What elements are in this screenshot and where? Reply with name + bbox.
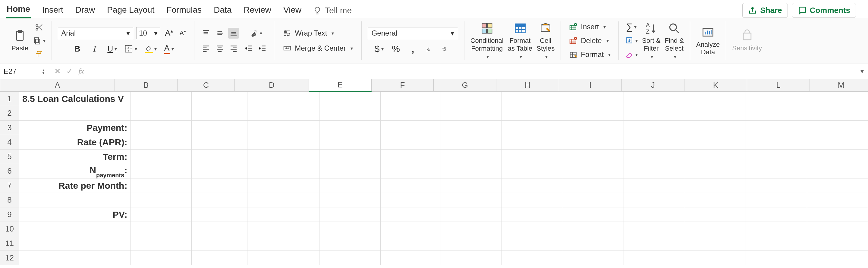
cell-B6[interactable] xyxy=(130,164,191,178)
cell-B7[interactable] xyxy=(130,178,191,193)
align-bottom-button[interactable] xyxy=(228,28,239,38)
cell-E12[interactable] xyxy=(319,251,380,265)
find-select-button[interactable]: Find & Select xyxy=(664,22,684,60)
cell-H3[interactable] xyxy=(502,121,563,135)
cell-H2[interactable] xyxy=(502,106,563,121)
borders-button[interactable] xyxy=(124,43,137,54)
cancel-formula-button[interactable]: ✕ xyxy=(54,67,61,76)
cell-D4[interactable] xyxy=(247,135,319,150)
cell-F4[interactable] xyxy=(381,135,441,150)
column-header-M[interactable]: M xyxy=(810,79,868,92)
cell-H12[interactable] xyxy=(502,251,563,265)
insert-cells-button[interactable]: Insert xyxy=(567,21,608,32)
cut-button[interactable] xyxy=(34,22,44,33)
cell-C1[interactable] xyxy=(192,92,247,106)
cell-M5[interactable] xyxy=(807,150,868,164)
cell-K7[interactable] xyxy=(685,178,746,193)
cell-I3[interactable] xyxy=(563,121,624,135)
cell-J10[interactable] xyxy=(624,222,685,236)
row-header-11[interactable]: 11 xyxy=(0,236,19,251)
column-header-D[interactable]: D xyxy=(235,79,309,92)
cell-M7[interactable] xyxy=(807,178,868,193)
cell-A6[interactable]: Npayments: xyxy=(19,164,130,178)
fill-color-button[interactable] xyxy=(144,43,157,54)
row-header-2[interactable]: 2 xyxy=(0,106,19,121)
cell-J3[interactable] xyxy=(624,121,685,135)
cell-G7[interactable] xyxy=(441,178,502,193)
cell-D12[interactable] xyxy=(247,251,319,265)
cell-A1[interactable]: 8.5 Loan Calculations V xyxy=(19,92,130,106)
cell-M9[interactable] xyxy=(807,207,868,222)
paste-button[interactable]: Paste xyxy=(11,29,28,52)
cell-D11[interactable] xyxy=(247,236,319,251)
cell-E5[interactable] xyxy=(319,150,380,164)
align-middle-button[interactable] xyxy=(214,28,225,38)
cell-B2[interactable] xyxy=(130,106,191,121)
cell-G6[interactable] xyxy=(441,164,502,178)
cell-G10[interactable] xyxy=(441,222,502,236)
cell-I11[interactable] xyxy=(563,236,624,251)
merge-center-button[interactable]: Merge & Center xyxy=(280,43,355,54)
tell-me[interactable]: Tell me xyxy=(313,6,352,16)
increase-font-button[interactable]: A▴ xyxy=(163,28,174,38)
cell-E3[interactable] xyxy=(319,121,380,135)
cell-A12[interactable] xyxy=(19,251,130,265)
cell-M4[interactable] xyxy=(807,135,868,150)
decrease-decimal-button[interactable]: .00→0 xyxy=(441,43,452,54)
cell-B4[interactable] xyxy=(130,135,191,150)
cell-I9[interactable] xyxy=(563,207,624,222)
share-button[interactable]: Share xyxy=(742,3,787,18)
cell-D8[interactable] xyxy=(247,193,319,207)
cell-E9[interactable] xyxy=(319,207,380,222)
cell-M6[interactable] xyxy=(807,164,868,178)
cell-M10[interactable] xyxy=(807,222,868,236)
row-header-5[interactable]: 5 xyxy=(0,150,19,164)
align-left-button[interactable] xyxy=(200,43,211,54)
cell-L6[interactable] xyxy=(746,164,807,178)
bold-button[interactable]: B xyxy=(72,43,83,54)
cell-B8[interactable] xyxy=(130,193,191,207)
cell-C3[interactable] xyxy=(192,121,247,135)
cell-A4[interactable]: Rate (APR): xyxy=(19,135,130,150)
tab-insert[interactable]: Insert xyxy=(41,3,64,18)
fx-button[interactable]: fx xyxy=(79,67,84,76)
cell-J4[interactable] xyxy=(624,135,685,150)
decrease-indent-button[interactable] xyxy=(243,43,254,54)
column-header-J[interactable]: J xyxy=(622,79,684,92)
cell-H11[interactable] xyxy=(502,236,563,251)
cell-K2[interactable] xyxy=(685,106,746,121)
row-header-4[interactable]: 4 xyxy=(0,135,19,150)
cell-K9[interactable] xyxy=(685,207,746,222)
copy-button[interactable] xyxy=(33,35,45,46)
cell-H1[interactable] xyxy=(502,92,563,106)
font-name-select[interactable]: Arial ▾ xyxy=(58,27,133,39)
format-as-table-button[interactable]: Format as Table xyxy=(508,22,532,60)
italic-button[interactable]: I xyxy=(89,43,100,54)
orientation-button[interactable]: ab xyxy=(249,28,262,38)
cell-F7[interactable] xyxy=(381,178,441,193)
row-header-12[interactable]: 12 xyxy=(0,251,19,265)
cell-F2[interactable] xyxy=(381,106,441,121)
cell-F12[interactable] xyxy=(381,251,441,265)
tab-draw[interactable]: Draw xyxy=(75,3,96,18)
formula-bar-collapse[interactable]: ▾ xyxy=(856,67,868,76)
accounting-format-button[interactable]: $ xyxy=(374,43,384,54)
cell-C12[interactable] xyxy=(192,251,247,265)
name-box-spinner[interactable]: ▴▾ xyxy=(42,68,44,75)
column-header-L[interactable]: L xyxy=(747,79,810,92)
cell-L1[interactable] xyxy=(746,92,807,106)
cell-K5[interactable] xyxy=(685,150,746,164)
cell-H4[interactable] xyxy=(502,135,563,150)
cell-L7[interactable] xyxy=(746,178,807,193)
row-header-9[interactable]: 9 xyxy=(0,207,19,222)
cell-K11[interactable] xyxy=(685,236,746,251)
cell-J8[interactable] xyxy=(624,193,685,207)
cell-E4[interactable] xyxy=(319,135,380,150)
cell-B10[interactable] xyxy=(130,222,191,236)
sheet-grid[interactable]: ABCDEFGHIJKLM 18.5 Loan Calculations V23… xyxy=(0,79,868,265)
cell-C6[interactable] xyxy=(192,164,247,178)
cell-H6[interactable] xyxy=(502,164,563,178)
cell-H7[interactable] xyxy=(502,178,563,193)
underline-button[interactable]: U xyxy=(107,43,118,54)
cell-I7[interactable] xyxy=(563,178,624,193)
